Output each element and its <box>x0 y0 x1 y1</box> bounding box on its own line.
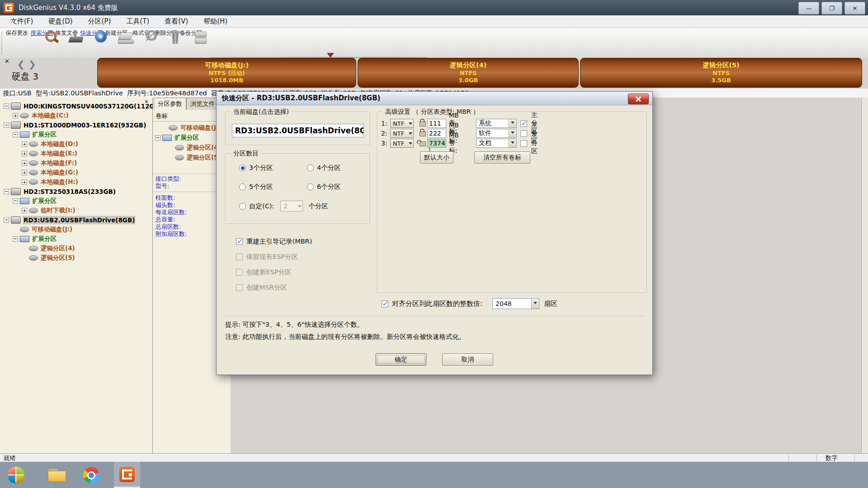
cancel-button[interactable]: 取消 <box>442 353 493 366</box>
ok-button[interactable]: 确定 <box>376 353 426 366</box>
expand-toggle-icon[interactable] <box>22 151 27 156</box>
dropdown-button[interactable] <box>509 119 516 127</box>
menu-item[interactable]: 分区(P) <box>80 17 119 26</box>
tree-item[interactable]: HD0:KINGSTONSUV400S37120G(112GB) <box>0 101 152 111</box>
radio-6-partitions[interactable]: 6个分区 <box>307 183 341 191</box>
toolbar-button[interactable]: 搜索分区 <box>29 29 54 57</box>
tab-partition-parameters[interactable]: 分区参数 <box>154 98 186 110</box>
expand-toggle-icon[interactable] <box>4 122 9 128</box>
primary-partition-checkbox[interactable] <box>520 130 527 137</box>
tree-item[interactable]: 可移动磁盘(J:) <box>0 225 152 234</box>
menu-item[interactable]: 查看(V) <box>157 17 196 26</box>
toolbar-button[interactable]: 快速分区 <box>79 29 104 57</box>
expand-toggle-icon[interactable] <box>4 103 9 109</box>
clear-volume-labels-button[interactable]: 清空所有卷标 <box>474 151 530 164</box>
lock-icon[interactable] <box>420 141 426 146</box>
expand-toggle-icon[interactable] <box>13 132 18 137</box>
radio-4-partitions[interactable]: 4个分区 <box>307 164 341 172</box>
expand-toggle-icon[interactable] <box>22 160 27 166</box>
radio-3-partitions[interactable]: 3个分区 <box>239 164 273 172</box>
primary-partition-label: 主分区 <box>531 131 538 155</box>
lock-icon[interactable] <box>420 131 426 136</box>
tree-item[interactable]: 本地磁盘(D:) <box>0 139 152 149</box>
menu-item[interactable]: 硬盘(D) <box>41 17 80 26</box>
toolbar-button[interactable]: 备份分区 <box>179 29 203 57</box>
lock-icon[interactable] <box>420 122 426 127</box>
tree-item[interactable]: 本地磁盘(F:) <box>0 158 152 168</box>
minimize-button[interactable]: — <box>798 2 819 14</box>
tree-item[interactable]: 扩展分区 <box>0 130 152 139</box>
expand-toggle-icon[interactable] <box>4 217 9 223</box>
size-input[interactable]: 7374 <box>427 139 446 148</box>
tree-item[interactable]: HD1:ST1000DM003-1ER162(932GB) <box>0 120 152 130</box>
dropdown-button[interactable] <box>531 299 539 309</box>
expand-toggle-icon[interactable] <box>13 198 18 204</box>
expand-toggle-icon[interactable] <box>4 189 9 194</box>
primary-partition-checkbox[interactable] <box>520 120 527 127</box>
tree-item[interactable]: 本地磁盘(E:) <box>0 149 152 158</box>
tree-item[interactable]: HD2:ST3250318AS(233GB) <box>0 187 152 196</box>
start-button[interactable] <box>7 466 24 483</box>
dialog-checkbox[interactable]: 保留现有ESP分区 <box>236 253 298 261</box>
dialog-checkbox[interactable]: 重建主引导记录(MBR) <box>236 237 312 246</box>
alignment-option[interactable]: 对齐分区到此扇区数的整数倍: 2048 扇区 <box>382 298 557 309</box>
tree-item[interactable]: RD3:USB2.0USBFlashDrive(8GB) <box>0 215 152 225</box>
disk-prev-next-arrows[interactable]: ❮❯ <box>17 59 40 70</box>
menu-item[interactable]: 帮助(H) <box>196 17 235 26</box>
chrome-icon[interactable] <box>83 467 99 483</box>
radio-custom-count[interactable]: 自定(C): 2 个分区 <box>239 201 328 211</box>
radio-5-partitions[interactable]: 5个分区 <box>239 183 273 191</box>
filesystem-select[interactable]: NTF <box>390 139 414 148</box>
menu-item[interactable]: 工具(T) <box>118 17 157 26</box>
expand-toggle-icon[interactable] <box>22 141 27 147</box>
expand-toggle-icon[interactable] <box>13 113 18 118</box>
tree-item[interactable]: 本地磁盘(G:) <box>0 168 152 177</box>
filesystem-select[interactable]: NTF <box>390 119 414 128</box>
dialog-checkbox[interactable]: 创建新ESP分区 <box>236 268 292 277</box>
tree-item[interactable]: 逻辑分区(4) <box>0 244 152 253</box>
volume-label-select[interactable]: 文档 <box>476 139 517 148</box>
size-input[interactable]: 222 <box>427 129 446 138</box>
tree-item[interactable]: 逻辑分区(5) <box>0 253 152 263</box>
close-button[interactable]: ✕ <box>844 2 865 14</box>
partition-block[interactable]: 逻辑分区(5) NTFS 3.5GB <box>580 58 862 88</box>
tree-item[interactable]: 临时下载(I:) <box>0 206 152 215</box>
vertical-scrollbar[interactable] <box>861 98 868 453</box>
expand-toggle-icon[interactable] <box>155 135 160 141</box>
diskgenius-taskbar-item[interactable] <box>114 462 140 488</box>
primary-partition-checkbox[interactable] <box>520 140 527 147</box>
file-explorer-icon[interactable] <box>48 469 66 482</box>
dropdown-button[interactable] <box>509 139 516 147</box>
sector-count-select[interactable]: 2048 <box>492 298 539 309</box>
chevron-down-icon <box>409 142 412 146</box>
toolbar-button[interactable]: 新建分区 <box>104 29 129 57</box>
dialog-checkbox[interactable]: 创建MSR分区 <box>236 283 287 292</box>
toolbar-button[interactable]: 保存更改 <box>5 29 29 57</box>
partition-block[interactable]: 逻辑分区(4) NTFS 3.0GB <box>358 58 579 88</box>
filesystem-select[interactable]: NTF <box>390 129 414 138</box>
tree-item[interactable]: 本地磁盘(C:) <box>0 111 152 120</box>
diskgenius-icon <box>119 467 135 482</box>
volume-label-select[interactable]: 系统 <box>476 119 517 128</box>
size-input[interactable]: 111 <box>427 119 446 128</box>
current-disk-select[interactable]: RD3:USB2.0USBFlashDrive(8GB) <box>232 124 364 137</box>
expand-toggle-icon[interactable] <box>22 170 27 175</box>
tree-item[interactable]: 扩展分区 <box>0 234 152 244</box>
band-close-icon[interactable]: ✕ <box>5 58 9 65</box>
volume-label-select[interactable]: 软件 <box>476 129 517 138</box>
partition-block[interactable]: 可移动磁盘(J:) NTFS (活动) 1018.0MB <box>97 58 356 88</box>
tree-item[interactable]: 扩展分区 <box>0 196 152 206</box>
expand-toggle-icon[interactable] <box>22 208 27 213</box>
dialog-close-button[interactable] <box>628 94 649 104</box>
expand-toggle-icon[interactable] <box>22 179 27 185</box>
tree-item[interactable]: 本地磁盘(H:) <box>0 177 152 187</box>
drive-icon <box>20 227 29 232</box>
default-size-button[interactable]: 默认大小 <box>420 151 453 164</box>
toolbar-button[interactable]: 恢复文件 <box>54 29 79 57</box>
checkbox-icon <box>382 300 388 307</box>
custom-count-select[interactable]: 2 <box>280 201 303 211</box>
restore-button[interactable]: ❐ <box>821 2 842 14</box>
tab-browse-files[interactable]: 浏览文件 <box>186 98 219 110</box>
dropdown-button[interactable] <box>509 129 516 137</box>
expand-toggle-icon[interactable] <box>13 236 18 242</box>
